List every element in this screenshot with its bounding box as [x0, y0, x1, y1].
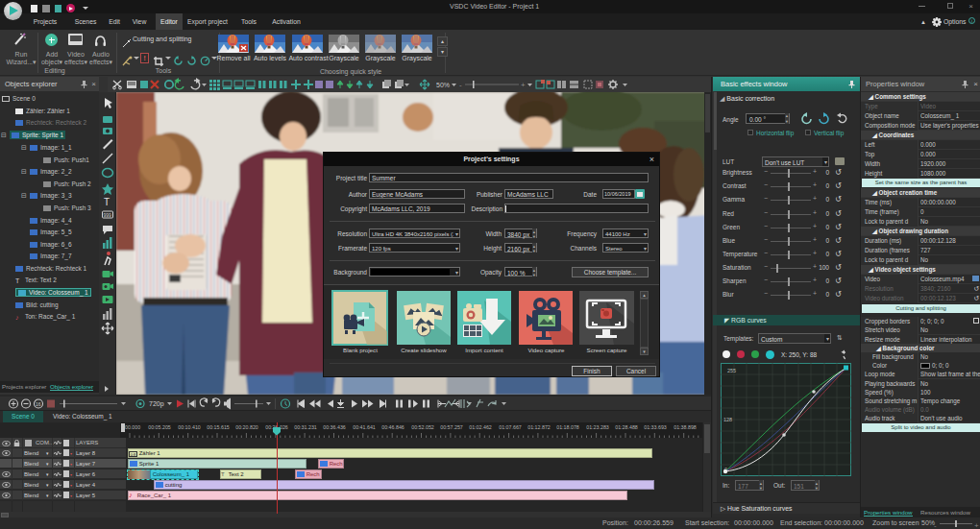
svg-text:255: 255 — [727, 368, 736, 373]
svg-text:-: - — [459, 81, 462, 89]
svg-text:999: 999 — [104, 212, 112, 218]
svg-text:16: 16 — [36, 401, 41, 407]
svg-text:+: + — [521, 81, 526, 89]
svg-text:128: 128 — [723, 417, 732, 422]
svg-text:720p: 720p — [149, 400, 164, 408]
svg-text:T: T — [104, 197, 110, 207]
svg-text:50%: 50% — [436, 82, 450, 88]
